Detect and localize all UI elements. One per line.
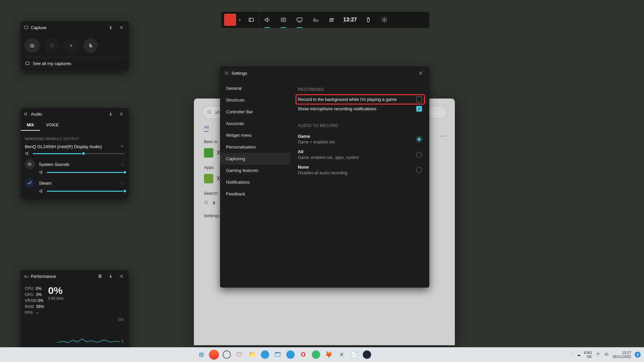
- tab-mix[interactable]: MIX: [21, 120, 40, 131]
- nav-general[interactable]: General: [220, 82, 290, 94]
- mic-toggle-button[interactable]: [83, 38, 98, 53]
- audio-opt-game-radio[interactable]: [416, 136, 422, 142]
- game-bar: › 13:27: [221, 12, 429, 28]
- nav-widget-menu[interactable]: Widget menu: [220, 129, 290, 141]
- close-button[interactable]: [117, 272, 126, 281]
- system-tray: ˄ ☁ ENG DE 13:27 05/11/2022 2: [568, 351, 644, 359]
- device-dropdown[interactable]: [119, 143, 125, 150]
- taskbar-app[interactable]: [311, 350, 321, 360]
- mic-notif-label: Show microphone recording notifications: [298, 106, 376, 111]
- svg-point-21: [99, 277, 100, 278]
- pin-button[interactable]: [106, 272, 115, 281]
- xbox-social-button[interactable]: [324, 12, 340, 28]
- chevron-right-icon[interactable]: ›: [239, 17, 240, 23]
- svg-point-14: [70, 45, 72, 47]
- start-button[interactable]: ⊞: [196, 350, 206, 360]
- perf-big-pct: 0%: [48, 285, 63, 296]
- search-icon: [204, 200, 209, 205]
- file-explorer[interactable]: 📁: [247, 350, 257, 360]
- nav-notifications[interactable]: Notifications: [220, 176, 290, 188]
- nav-personalisation[interactable]: Personalisation: [220, 141, 290, 153]
- chart-button[interactable]: [308, 12, 324, 28]
- capture-button[interactable]: [275, 12, 291, 28]
- taskbar-app[interactable]: [285, 350, 296, 360]
- audio-opt-all[interactable]: All Game, enabled mic, apps, system: [298, 147, 422, 162]
- search-icon: [207, 110, 212, 115]
- background-record-label: Record in the background while I'm playi…: [298, 97, 396, 102]
- nav-accounts[interactable]: Accounts: [220, 118, 290, 129]
- taskbar-app[interactable]: 🛡: [234, 350, 245, 360]
- speaker-icon: [25, 151, 30, 156]
- svg-point-4: [283, 19, 284, 20]
- language-switcher[interactable]: ENG DE: [584, 351, 592, 359]
- record-button[interactable]: [64, 38, 78, 53]
- taskbar-app[interactable]: [209, 350, 219, 360]
- background-record-checkbox[interactable]: [416, 97, 422, 102]
- mic-notif-checkbox[interactable]: [416, 106, 422, 112]
- gear-icon: [224, 70, 229, 76]
- game-icon[interactable]: [224, 14, 236, 26]
- close-button[interactable]: [117, 109, 126, 119]
- master-volume-slider[interactable]: [25, 152, 125, 158]
- steam-app[interactable]: [362, 350, 372, 360]
- audio-button[interactable]: [259, 12, 275, 28]
- mouse-button[interactable]: [360, 12, 376, 28]
- pin-button[interactable]: [106, 23, 115, 32]
- background-record-row[interactable]: Record in the background while I'm playi…: [297, 95, 424, 104]
- taskbar-app[interactable]: ✕: [336, 350, 346, 360]
- nav-capturing[interactable]: Capturing: [220, 153, 290, 165]
- nav-controller-bar[interactable]: Controller Bar: [220, 106, 290, 118]
- audio-opt-none-radio[interactable]: [416, 167, 422, 173]
- settings-button[interactable]: [376, 12, 392, 28]
- nav-gaming-features[interactable]: Gaming features: [220, 165, 290, 176]
- record-last-button[interactable]: [44, 38, 59, 53]
- audio-opt-none[interactable]: None Disables all audio recording: [298, 162, 422, 178]
- svg-point-24: [261, 351, 269, 359]
- star-icon[interactable]: ☆: [120, 161, 125, 168]
- capture-panel: Capture See all my captures: [21, 21, 129, 70]
- see-captures-link[interactable]: See all my captures: [25, 57, 125, 67]
- capture-icon: [23, 25, 29, 30]
- system-sounds-slider[interactable]: [25, 171, 125, 177]
- performance-button[interactable]: [291, 12, 308, 28]
- clock[interactable]: 13:27 05/11/2022: [613, 351, 631, 359]
- svg-point-27: [363, 351, 371, 359]
- start-more-icon[interactable]: ⋯: [440, 132, 447, 139]
- firefox-browser[interactable]: 🦊: [324, 350, 334, 360]
- mic-notif-row[interactable]: Show microphone recording notifications: [298, 104, 422, 114]
- capture-title: Capture: [31, 25, 46, 30]
- svg-point-17: [30, 181, 32, 183]
- svg-point-23: [223, 351, 231, 359]
- notification-badge[interactable]: 2: [635, 352, 641, 358]
- onedrive-icon[interactable]: ☁: [577, 353, 581, 357]
- svg-point-6: [330, 18, 331, 20]
- star-icon[interactable]: ☆: [120, 180, 125, 186]
- start-tab-all[interactable]: All: [204, 125, 209, 132]
- audio-title: Audio: [31, 112, 42, 117]
- svg-point-9: [384, 19, 385, 21]
- widgets-button[interactable]: [243, 12, 259, 28]
- svg-point-0: [208, 111, 211, 113]
- audio-opt-game[interactable]: Game Game + enabled mic: [298, 131, 422, 147]
- taskbar-app[interactable]: 🗔: [273, 350, 283, 360]
- volume-icon[interactable]: [604, 352, 609, 358]
- tray-chevron-icon[interactable]: ˄: [572, 353, 574, 357]
- options-button[interactable]: [95, 272, 105, 281]
- close-button[interactable]: [117, 23, 126, 32]
- taskbar-app[interactable]: [222, 350, 232, 360]
- nav-shortcuts[interactable]: Shortcuts: [220, 94, 290, 106]
- audio-opt-all-radio[interactable]: [416, 152, 422, 158]
- close-button[interactable]: [416, 68, 425, 78]
- wifi-icon[interactable]: [595, 352, 601, 358]
- nav-feedback[interactable]: Feedback: [220, 188, 290, 200]
- edge-browser[interactable]: [260, 350, 270, 360]
- opera-browser[interactable]: O: [298, 350, 308, 360]
- settings-title: Settings: [231, 71, 247, 76]
- taskbar-app[interactable]: 📄: [349, 350, 359, 360]
- tab-voice[interactable]: VOICE: [40, 120, 64, 131]
- screenshot-button[interactable]: [25, 38, 40, 53]
- steam-slider[interactable]: [25, 189, 125, 195]
- svg-point-25: [286, 351, 295, 359]
- svg-rect-3: [281, 18, 286, 21]
- pin-button[interactable]: [106, 109, 115, 119]
